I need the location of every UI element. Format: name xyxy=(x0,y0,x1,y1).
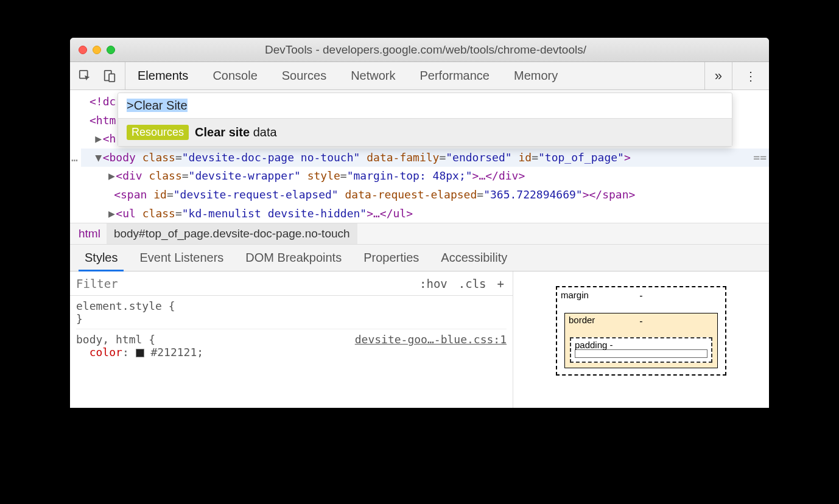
main-toolbar: Elements Console Sources Network Perform… xyxy=(70,62,769,90)
titlebar: DevTools - developers.google.com/web/too… xyxy=(70,38,769,62)
command-text: Clear Site xyxy=(134,99,188,112)
rule-source-link[interactable]: devsite-goo…-blue.css:1 xyxy=(355,333,507,346)
filter-input[interactable] xyxy=(70,277,420,290)
content-box[interactable] xyxy=(575,349,707,358)
tab-sources[interactable]: Sources xyxy=(270,62,339,89)
css-declaration[interactable]: color: #212121; xyxy=(76,346,507,359)
tab-memory[interactable]: Memory xyxy=(502,62,570,89)
element-style-rule[interactable]: element.style { xyxy=(76,299,507,312)
command-input[interactable]: >Clear Site xyxy=(118,93,732,118)
close-icon[interactable] xyxy=(79,46,87,54)
subtab-event-listeners[interactable]: Event Listeners xyxy=(128,245,234,271)
command-result[interactable]: Resources Clear site data xyxy=(118,119,732,146)
breadcrumb-item-selected[interactable]: body#top_of_page.devsite-doc-page.no-tou… xyxy=(107,223,357,244)
cls-toggle[interactable]: .cls xyxy=(458,277,486,290)
resources-badge: Resources xyxy=(127,125,189,140)
breadcrumb[interactable]: html body#top_of_page.devsite-doc-page.n… xyxy=(70,223,769,245)
hov-toggle[interactable]: :hov xyxy=(420,277,448,290)
styles-rules[interactable]: element.style { } body, html { devsite-g… xyxy=(70,296,513,362)
command-menu: >Clear Site Resources Clear site data xyxy=(118,93,732,147)
styles-tabs: Styles Event Listeners DOM Breakpoints P… xyxy=(70,245,769,271)
add-rule-icon[interactable]: + xyxy=(497,277,504,290)
breadcrumb-item[interactable]: html xyxy=(72,227,107,240)
tab-network[interactable]: Network xyxy=(339,62,407,89)
dom-line[interactable]: <span id="devsite-request-elapsed" data-… xyxy=(81,186,769,205)
command-prefix: > xyxy=(127,99,134,112)
work-area: >Clear Site Resources Clear site data <!… xyxy=(70,90,769,408)
tab-performance[interactable]: Performance xyxy=(408,62,502,89)
menu-icon[interactable]: ⋮ xyxy=(732,62,769,89)
traffic-lights xyxy=(79,46,115,54)
tab-console[interactable]: Console xyxy=(200,62,269,89)
rule-selector: body, html { xyxy=(76,333,155,346)
dom-body-line[interactable]: … ▼<body class="devsite-doc-page no-touc… xyxy=(81,149,769,167)
styles-pane: :hov .cls + element.style { } body, html… xyxy=(70,271,513,408)
body-html-rule[interactable]: body, html { devsite-goo…-blue.css:1 xyxy=(76,329,507,346)
subtab-dom-breakpoints[interactable]: DOM Breakpoints xyxy=(234,245,353,271)
window-title: DevTools - developers.google.com/web/too… xyxy=(115,43,736,57)
panel-tabs: Elements Console Sources Network Perform… xyxy=(125,62,704,89)
styles-filter-bar: :hov .cls + xyxy=(70,271,513,296)
dom-line[interactable]: ▶<ul class="kd-menulist devsite-hidden">… xyxy=(81,205,769,223)
subtab-properties[interactable]: Properties xyxy=(353,245,430,271)
device-icon[interactable] xyxy=(103,69,116,83)
svg-rect-2 xyxy=(109,74,114,82)
border-label: border xyxy=(569,315,595,325)
dom-line[interactable]: ▶<div class="devsite-wrapper" style="mar… xyxy=(81,167,769,186)
rule-close: } xyxy=(76,312,507,325)
styles-panel: :hov .cls + element.style { } body, html… xyxy=(70,271,769,408)
tab-elements[interactable]: Elements xyxy=(125,62,200,89)
color-swatch-icon[interactable] xyxy=(136,349,144,357)
zoom-icon[interactable] xyxy=(107,46,115,54)
minimize-icon[interactable] xyxy=(93,46,101,54)
margin-label: margin xyxy=(561,290,589,300)
subtab-styles[interactable]: Styles xyxy=(74,245,128,271)
more-tabs-icon[interactable]: » xyxy=(704,62,732,89)
box-model[interactable]: margin - border - padding - xyxy=(513,271,769,408)
padding-label: padding - xyxy=(575,340,613,350)
subtab-accessibility[interactable]: Accessibility xyxy=(430,245,518,271)
devtools-window: DevTools - developers.google.com/web/too… xyxy=(70,38,769,408)
inspect-icon[interactable] xyxy=(79,69,92,83)
toolbar-icons xyxy=(70,62,125,89)
command-match: Clear site data xyxy=(195,125,277,139)
